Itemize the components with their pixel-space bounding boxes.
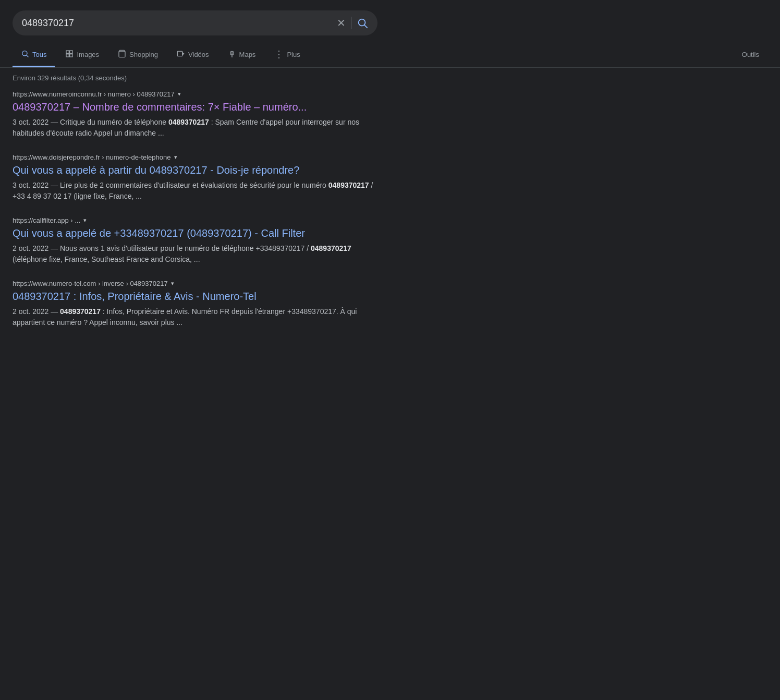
divider bbox=[351, 17, 351, 29]
tab-tous-label: Tous bbox=[32, 51, 46, 58]
result-date-separator: — bbox=[51, 181, 60, 189]
shopping-icon bbox=[118, 50, 126, 59]
results-container: https://www.numeroinconnu.fr › numero › … bbox=[0, 90, 396, 328]
tab-images[interactable]: Images bbox=[57, 43, 107, 67]
tab-videos-label: Vidéos bbox=[188, 51, 209, 58]
svg-marker-10 bbox=[182, 52, 185, 55]
result-title[interactable]: 0489370217 – Nombre de commentaires: 7× … bbox=[13, 100, 384, 114]
tab-plus[interactable]: ⋮ Plus bbox=[266, 42, 308, 68]
result-item: https://www.numero-tel.com › inverse › 0… bbox=[13, 280, 384, 328]
result-snippet-text: Nous avons 1 avis d'utilisateur pour le … bbox=[13, 244, 351, 263]
result-url-dropdown-icon[interactable]: ▾ bbox=[171, 280, 174, 287]
result-url-line: https://www.numero-tel.com › inverse › 0… bbox=[13, 280, 384, 287]
result-url-line: https://www.numeroinconnu.fr › numero › … bbox=[13, 90, 384, 98]
search-button[interactable] bbox=[357, 17, 368, 29]
result-snippet: 3 oct. 2022 — Lire plus de 2 commentaire… bbox=[13, 180, 384, 202]
svg-point-12 bbox=[231, 52, 233, 54]
result-snippet: 3 oct. 2022 — Critique du numéro de télé… bbox=[13, 117, 384, 139]
search-small-icon bbox=[21, 50, 29, 59]
tab-videos[interactable]: Vidéos bbox=[168, 43, 217, 67]
result-snippet-text: Lire plus de 2 commentaires d'utilisateu… bbox=[13, 181, 373, 200]
more-icon: ⋮ bbox=[274, 49, 284, 60]
result-url-line: https://callfilter.app › ... ▾ bbox=[13, 216, 384, 224]
svg-rect-7 bbox=[70, 54, 72, 56]
tab-plus-label: Plus bbox=[287, 51, 300, 58]
result-date: 2 oct. 2022 bbox=[13, 244, 48, 252]
tab-shopping[interactable]: Shopping bbox=[109, 43, 166, 67]
result-date-separator: — bbox=[51, 244, 60, 252]
result-url: https://www.numero-tel.com › inverse › 0… bbox=[13, 280, 168, 287]
result-title[interactable]: Qui vous a appelé à partir du 0489370217… bbox=[13, 163, 384, 177]
result-item: https://www.numeroinconnu.fr › numero › … bbox=[13, 90, 384, 139]
results-info: Environ 329 résultats (0,34 secondes) bbox=[0, 68, 780, 90]
result-date-separator: — bbox=[51, 118, 60, 126]
svg-rect-4 bbox=[66, 51, 69, 53]
result-item: https://callfilter.app › ... ▾ Qui vous … bbox=[13, 216, 384, 265]
tab-images-label: Images bbox=[77, 51, 99, 58]
search-query-text: 0489370217 bbox=[22, 18, 332, 29]
result-title[interactable]: 0489370217 : Infos, Propriétaire & Avis … bbox=[13, 289, 384, 303]
result-date: 3 oct. 2022 bbox=[13, 181, 48, 189]
search-bar: 0489370217 ✕ bbox=[13, 10, 377, 35]
tab-maps-label: Maps bbox=[239, 51, 256, 58]
search-bar-container: 0489370217 ✕ bbox=[0, 0, 780, 42]
clear-button[interactable]: ✕ bbox=[337, 17, 346, 29]
tab-tous[interactable]: Tous bbox=[13, 43, 55, 67]
svg-line-1 bbox=[364, 25, 367, 28]
svg-line-3 bbox=[27, 55, 28, 57]
result-date: 2 oct. 2022 bbox=[13, 307, 48, 316]
result-snippet: 2 oct. 2022 — 0489370217 : Infos, Propri… bbox=[13, 306, 384, 328]
outils-button[interactable]: Outils bbox=[734, 44, 767, 65]
result-snippet: 2 oct. 2022 — Nous avons 1 avis d'utilis… bbox=[13, 243, 384, 265]
result-url-line: https://www.doisjerepondre.fr › numero-d… bbox=[13, 153, 384, 161]
navigation-tabs: Tous Images Shopping Vi bbox=[0, 42, 780, 68]
images-icon bbox=[65, 50, 74, 59]
svg-rect-9 bbox=[177, 51, 182, 56]
result-url-dropdown-icon[interactable]: ▾ bbox=[83, 217, 87, 224]
result-date-separator: — bbox=[51, 307, 60, 316]
result-snippet-text: 0489370217 : Infos, Propriétaire et Avis… bbox=[13, 307, 357, 327]
tab-maps[interactable]: Maps bbox=[220, 43, 264, 67]
results-count-text: Environ 329 résultats (0,34 secondes) bbox=[13, 74, 127, 82]
maps-icon bbox=[228, 50, 236, 59]
result-date: 3 oct. 2022 bbox=[13, 118, 48, 126]
tab-shopping-label: Shopping bbox=[129, 51, 158, 58]
result-item: https://www.doisjerepondre.fr › numero-d… bbox=[13, 153, 384, 202]
result-url-dropdown-icon[interactable]: ▾ bbox=[178, 91, 181, 98]
svg-rect-5 bbox=[70, 51, 72, 53]
result-url: https://www.numeroinconnu.fr › numero › … bbox=[13, 90, 175, 98]
result-title[interactable]: Qui vous a appelé de +33489370217 (04893… bbox=[13, 226, 384, 240]
video-icon bbox=[177, 50, 185, 59]
result-url: https://callfilter.app › ... bbox=[13, 216, 80, 224]
result-url: https://www.doisjerepondre.fr › numero-d… bbox=[13, 153, 171, 161]
result-url-dropdown-icon[interactable]: ▾ bbox=[174, 154, 177, 161]
svg-rect-6 bbox=[66, 54, 69, 56]
result-snippet-text: Critique du numéro de téléphone 04893702… bbox=[13, 118, 359, 137]
